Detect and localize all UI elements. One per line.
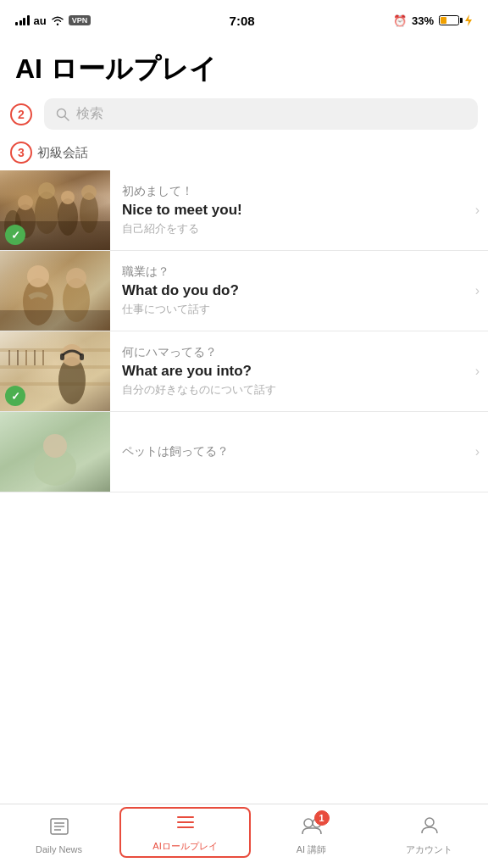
- svg-point-11: [81, 185, 97, 200]
- lesson-en-title-3: What are you into?: [122, 363, 467, 380]
- battery-icon: [439, 15, 459, 25]
- svg-point-9: [38, 182, 55, 199]
- tab-label-account: アカウント: [406, 843, 452, 856]
- svg-rect-23: [17, 350, 19, 365]
- lesson-info-1: 初めまして！ Nice to meet you! 自己紹介をする: [110, 170, 475, 250]
- svg-rect-22: [8, 350, 10, 365]
- svg-marker-0: [465, 14, 472, 26]
- svg-point-41: [304, 819, 313, 827]
- carrier-label: au: [34, 14, 47, 27]
- lesson-desc-2: 仕事について話す: [122, 302, 467, 317]
- photo-svg-4: [0, 412, 110, 492]
- svg-point-16: [66, 268, 86, 288]
- svg-rect-19: [0, 348, 110, 352]
- lesson-desc-1: 自己紹介をする: [122, 221, 467, 236]
- tab-label-ai-roleplay: AIロールプレイ: [152, 840, 217, 853]
- svg-rect-29: [60, 353, 64, 360]
- tab-label-daily-news: Daily News: [36, 844, 82, 854]
- lesson-desc-3: 自分の好きなものについて話す: [122, 382, 467, 398]
- lesson-chevron-1: ›: [475, 170, 488, 250]
- lesson-info-3: 何にハマってる？ What are you into? 自分の好きなものについて…: [110, 331, 475, 411]
- svg-rect-17: [0, 310, 110, 331]
- category-label: 初級会話: [37, 145, 88, 161]
- status-left: au VPN: [15, 14, 91, 27]
- daily-news-icon: [49, 816, 69, 842]
- svg-rect-30: [80, 353, 84, 360]
- lesson-en-title-2: What do you do?: [122, 282, 467, 299]
- svg-point-10: [61, 191, 75, 204]
- lesson-jp-title-4: ペットは飼ってる？: [122, 444, 467, 459]
- lesson-chevron-2: ›: [475, 251, 488, 331]
- lesson-jp-title-1: 初めまして！: [122, 184, 467, 199]
- lesson-item[interactable]: 職業は？ What do you do? 仕事について話す ›: [0, 251, 488, 331]
- category-row: 3 初級会話: [0, 138, 488, 170]
- completed-badge-3: ✓: [5, 386, 25, 406]
- tab-label-ai-teacher: AI 講師: [297, 843, 326, 856]
- lesson-chevron-3: ›: [475, 331, 488, 411]
- tab-ai-teacher[interactable]: 1 AI 講師: [252, 809, 370, 856]
- signal-icon: [15, 15, 30, 25]
- svg-point-43: [425, 818, 434, 826]
- search-row: 2 検索: [0, 95, 488, 138]
- svg-point-33: [43, 434, 67, 458]
- page-title: AI ロールプレイ: [0, 37, 488, 95]
- lesson-info-4: ペットは飼ってる？: [110, 412, 475, 492]
- tab-bar: Daily News AIロールプレイ 1 AI 講師: [0, 804, 488, 868]
- charging-icon: [464, 14, 473, 26]
- lesson-jp-title-2: 職業は？: [122, 264, 467, 280]
- battery-percent: 33%: [412, 14, 434, 27]
- lesson-list: ✓ 初めまして！ Nice to meet you! 自己紹介をする › 職業は…: [0, 170, 488, 492]
- tab-notification-badge: 1: [314, 810, 330, 826]
- svg-rect-20: [0, 365, 110, 369]
- lesson-chevron-4: ›: [475, 412, 488, 492]
- account-icon: [419, 815, 440, 841]
- search-bar[interactable]: 検索: [44, 98, 478, 130]
- svg-point-15: [27, 265, 49, 287]
- status-bar: au VPN 7:08 ⏰ 33%: [0, 0, 488, 37]
- lesson-thumbnail-3: ✓: [0, 331, 110, 411]
- lesson-item[interactable]: ✓ 何にハマってる？ What are you into? 自分の好きなものにつ…: [0, 331, 488, 412]
- badge-3: 3: [10, 142, 32, 164]
- lesson-item[interactable]: ペットは飼ってる？ ›: [0, 412, 488, 492]
- svg-line-2: [65, 116, 69, 120]
- search-icon: [56, 108, 69, 121]
- lesson-info-2: 職業は？ What do you do? 仕事について話す: [110, 251, 475, 331]
- lesson-thumbnail-4: [0, 412, 110, 492]
- alarm-icon: ⏰: [393, 14, 407, 27]
- status-right: ⏰ 33%: [393, 14, 473, 27]
- badge-2: 2: [10, 103, 32, 125]
- photo-svg-2: [0, 251, 110, 331]
- tab-ai-roleplay[interactable]: AIロールプレイ: [119, 807, 251, 858]
- status-time: 7:08: [230, 14, 255, 28]
- lesson-jp-title-3: 何にハマってる？: [122, 345, 467, 360]
- tab-daily-news[interactable]: Daily News: [0, 810, 118, 854]
- vpn-badge: VPN: [69, 15, 92, 25]
- ai-roleplay-icon: [175, 812, 196, 837]
- wifi-icon: [51, 15, 64, 25]
- svg-rect-24: [25, 350, 27, 365]
- svg-point-8: [18, 195, 33, 210]
- search-placeholder: 検索: [76, 105, 103, 123]
- tab-account[interactable]: アカウント: [370, 809, 488, 856]
- lesson-en-title-1: Nice to meet you!: [122, 202, 467, 219]
- lesson-thumbnail-1: ✓: [0, 170, 110, 250]
- svg-rect-25: [34, 350, 36, 365]
- completed-badge-1: ✓: [5, 225, 25, 245]
- svg-rect-26: [42, 350, 44, 365]
- lesson-item[interactable]: ✓ 初めまして！ Nice to meet you! 自己紹介をする ›: [0, 170, 488, 251]
- tab-badge-ai-teacher: 1: [301, 815, 323, 841]
- lesson-thumbnail-2: [0, 251, 110, 331]
